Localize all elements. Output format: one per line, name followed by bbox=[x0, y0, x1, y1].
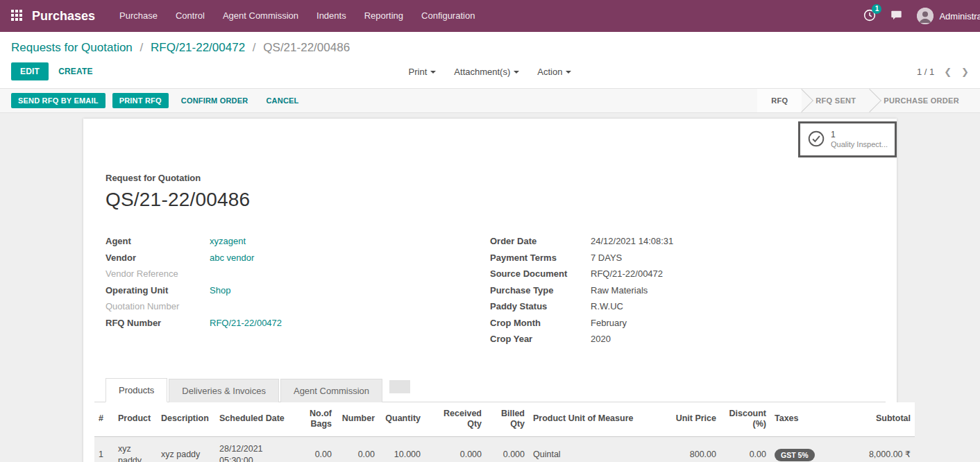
breadcrumb-bar: Requests for Quotation / RFQ/21-22/00472… bbox=[0, 32, 980, 58]
table-header-row: # Product Description Scheduled Date No.… bbox=[94, 402, 915, 437]
col-header-number: Number bbox=[336, 402, 379, 437]
field-label: Quotation Number bbox=[105, 298, 210, 315]
content-area: 1 Quality Inspect... Request for Quotati… bbox=[0, 113, 980, 462]
field-value-purchase-type: Raw Materials bbox=[591, 282, 648, 299]
send-rfq-by-email-button[interactable]: SEND RFQ BY EMAIL bbox=[11, 93, 105, 108]
state-purchase-order[interactable]: PURCHASE ORDER bbox=[870, 89, 973, 112]
cell-subtotal: 8,000.00 ₹ bbox=[837, 436, 915, 462]
tax-badge: GST 5% bbox=[775, 449, 815, 461]
col-header-index: # bbox=[94, 402, 114, 437]
print-dropdown[interactable]: Print bbox=[409, 67, 437, 77]
navbar-systray: 1 Administrator bbox=[863, 8, 980, 24]
action-dropdown-label: Action bbox=[537, 67, 562, 77]
breadcrumb-separator: / bbox=[253, 41, 256, 54]
col-header-billed-qty: Billed Qty bbox=[486, 402, 529, 437]
avatar bbox=[917, 8, 933, 24]
field-label: Operating Unit bbox=[105, 282, 210, 299]
cell-discount: 0.00 bbox=[720, 436, 770, 462]
print-dropdown-label: Print bbox=[409, 67, 428, 77]
field-label: Paddy Status bbox=[490, 298, 591, 315]
field-operating-unit: Operating Unit Shop bbox=[105, 282, 490, 299]
breadcrumb-rfq[interactable]: RFQ/21-22/00472 bbox=[151, 41, 245, 54]
menu-reporting[interactable]: Reporting bbox=[355, 0, 412, 32]
cell-taxes: GST 5% bbox=[770, 436, 837, 462]
cell-product: xyz paddy bbox=[114, 436, 157, 462]
field-value-payment-terms: 7 DAYS bbox=[591, 250, 622, 266]
field-purchase-type: Purchase Type Raw Materials bbox=[490, 282, 875, 299]
control-panel: EDIT CREATE Print Attachment(s) Action 1… bbox=[0, 58, 980, 88]
quality-inspections-button[interactable]: 1 Quality Inspect... bbox=[798, 121, 897, 157]
statusbar: SEND RFQ BY EMAIL PRINT RFQ CONFIRM ORDE… bbox=[0, 88, 980, 113]
field-agent: Agent xyzagent bbox=[105, 233, 490, 250]
field-group-right: Order Date 24/12/2021 14:08:31 Payment T… bbox=[490, 233, 875, 348]
attachments-dropdown[interactable]: Attachment(s) bbox=[454, 67, 519, 77]
field-vendor-reference: Vendor Reference bbox=[105, 266, 490, 282]
cell-index: 1 bbox=[94, 436, 114, 462]
activities-button[interactable]: 1 bbox=[863, 9, 876, 24]
col-header-received-qty: Received Qty bbox=[425, 402, 486, 437]
app-name[interactable]: Purchases bbox=[32, 9, 95, 24]
main-menu: Purchase Control Agent Commission Indent… bbox=[110, 0, 484, 32]
page: Purchases Purchase Control Agent Commiss… bbox=[0, 0, 980, 462]
apps-grid-icon bbox=[11, 10, 22, 23]
attachments-dropdown-label: Attachment(s) bbox=[454, 67, 510, 77]
apps-menu-button[interactable] bbox=[0, 10, 32, 23]
col-header-uom: Product Unit of Measure bbox=[529, 402, 640, 437]
breadcrumb-requests-for-quotation[interactable]: Requests for Quotation bbox=[11, 41, 133, 54]
sheet-body: Request for Quotation QS/21-22/00486 Age… bbox=[83, 173, 897, 462]
menu-control[interactable]: Control bbox=[167, 0, 214, 32]
field-value-crop-month: February bbox=[591, 315, 627, 332]
action-dropdown[interactable]: Action bbox=[537, 67, 571, 77]
field-value-agent[interactable]: xyzagent bbox=[210, 233, 246, 250]
create-button[interactable]: CREATE bbox=[58, 67, 93, 76]
field-label: Order Date bbox=[490, 233, 591, 250]
messages-button[interactable] bbox=[890, 9, 903, 24]
pager-value: 1 / 1 bbox=[917, 67, 934, 77]
control-panel-left: EDIT CREATE bbox=[11, 62, 409, 80]
cell-uom: Quintal bbox=[529, 436, 640, 462]
print-rfq-button[interactable]: PRINT RFQ bbox=[112, 93, 169, 108]
activity-badge: 1 bbox=[872, 4, 881, 14]
page-title: QS/21-22/00486 bbox=[105, 189, 875, 211]
field-label: Vendor bbox=[105, 250, 210, 266]
quality-inspection-label: Quality Inspect... bbox=[831, 140, 888, 150]
field-value-vendor[interactable]: abc vendor bbox=[210, 250, 254, 266]
menu-configuration[interactable]: Configuration bbox=[412, 0, 484, 32]
field-value-source-document: RFQ/21-22/00472 bbox=[591, 266, 663, 282]
field-vendor: Vendor abc vendor bbox=[105, 250, 490, 266]
tab-products[interactable]: Products bbox=[105, 378, 167, 402]
status-pipeline: RFQ RFQ SENT PURCHASE ORDER bbox=[757, 88, 980, 113]
tab-deliveries-invoices[interactable]: Deliveries & Invoices bbox=[169, 379, 279, 402]
pager: 1 / 1 bbox=[571, 67, 969, 77]
user-menu[interactable]: Administrator bbox=[917, 8, 980, 24]
statusbar-buttons: SEND RFQ BY EMAIL PRINT RFQ CONFIRM ORDE… bbox=[11, 93, 757, 108]
field-value-order-date: 24/12/2021 14:08:31 bbox=[591, 233, 673, 250]
breadcrumb: Requests for Quotation / RFQ/21-22/00472… bbox=[11, 41, 969, 55]
col-header-no-of-bags: No.of Bags bbox=[293, 402, 336, 437]
pager-next-button[interactable] bbox=[961, 67, 969, 77]
field-value-operating-unit[interactable]: Shop bbox=[210, 282, 230, 299]
quality-inspection-count: 1 bbox=[831, 130, 888, 140]
cell-description: xyz paddy bbox=[157, 436, 215, 462]
menu-purchase[interactable]: Purchase bbox=[110, 0, 167, 32]
field-groups: Agent xyzagent Vendor abc vendor Vendor … bbox=[105, 233, 875, 348]
menu-agent-commission[interactable]: Agent Commission bbox=[214, 0, 307, 32]
stat-text: 1 Quality Inspect... bbox=[831, 130, 888, 150]
pager-previous-button[interactable] bbox=[944, 67, 952, 77]
table-row[interactable]: 1 xyz paddy xyz paddy 28/12/2021 05:30:0… bbox=[94, 436, 915, 462]
field-crop-month: Crop Month February bbox=[490, 315, 875, 332]
field-value-crop-year: 2020 bbox=[591, 331, 611, 348]
field-source-document: Source Document RFQ/21-22/00472 bbox=[490, 266, 875, 282]
cancel-button[interactable]: CANCEL bbox=[260, 93, 304, 108]
form-subtitle: Request for Quotation bbox=[105, 173, 875, 183]
field-value-rfq-number[interactable]: RFQ/21-22/00472 bbox=[210, 315, 282, 332]
form-sheet: 1 Quality Inspect... Request for Quotati… bbox=[83, 119, 897, 462]
tab-agent-commission[interactable]: Agent Commission bbox=[280, 379, 382, 402]
field-payment-terms: Payment Terms 7 DAYS bbox=[490, 250, 875, 266]
menu-indents[interactable]: Indents bbox=[307, 0, 355, 32]
top-navbar: Purchases Purchase Control Agent Commiss… bbox=[0, 0, 980, 32]
edit-button[interactable]: EDIT bbox=[11, 62, 49, 80]
notebook: Products Deliveries & Invoices Agent Com… bbox=[94, 378, 886, 462]
field-label: Purchase Type bbox=[490, 282, 591, 299]
confirm-order-button[interactable]: CONFIRM ORDER bbox=[176, 93, 254, 108]
